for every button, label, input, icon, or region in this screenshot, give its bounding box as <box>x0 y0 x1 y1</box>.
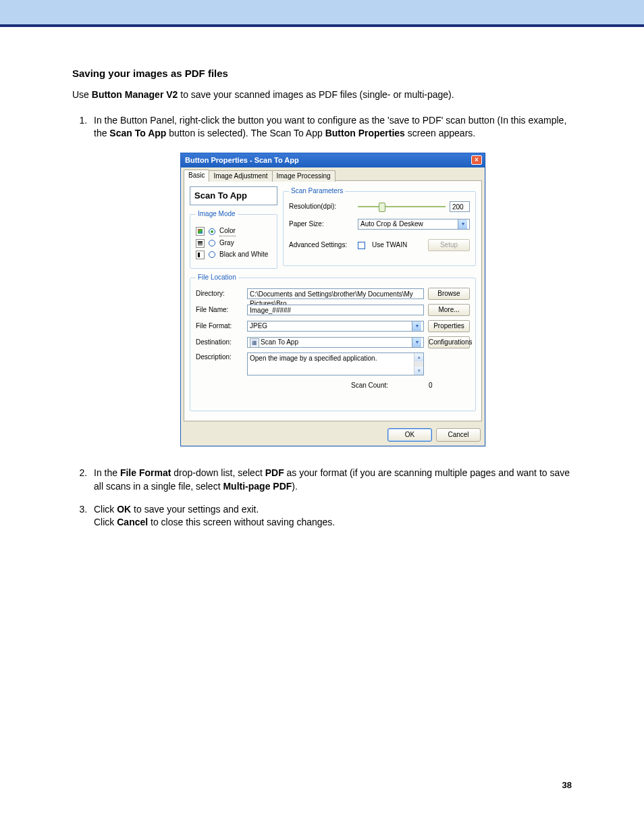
use-twain-label: Use TWAIN <box>372 240 407 250</box>
radio-gray[interactable] <box>209 240 215 246</box>
configurations-button[interactable]: Configurations <box>428 336 470 348</box>
destination-value: Scan To App <box>261 338 298 346</box>
resolution-slider[interactable] <box>358 203 446 210</box>
intro-text-a: Use <box>72 89 92 100</box>
paper-size-select[interactable]: Auto Crop & Deskew ▾ <box>358 219 470 230</box>
properties-button[interactable]: Properties <box>428 320 470 332</box>
scan-count-label: Scan Count: <box>351 381 388 390</box>
directory-label: Directory: <box>196 289 243 298</box>
dialog-title: Button Properties - Scan To App <box>185 155 299 165</box>
section-title: Saving your images as PDF files <box>72 68 572 79</box>
fileformat-label: File Format: <box>196 321 243 331</box>
step2-a: In the <box>94 467 120 478</box>
dialog-titlebar[interactable]: Button Properties - Scan To App × <box>181 153 485 167</box>
description-label: Description: <box>196 353 243 362</box>
radio-bw[interactable] <box>209 251 215 258</box>
scrollbar[interactable]: ▴ ▾ <box>414 353 423 375</box>
paper-size-value: Auto Crop & Deskew <box>360 219 423 229</box>
gray-swatch-icon <box>196 239 205 248</box>
document-page: Saving your images as PDF files Use Butt… <box>45 27 599 797</box>
step3-c: to save your settings and exit. <box>131 504 259 515</box>
chevron-down-icon: ▾ <box>412 338 421 347</box>
tab-strip: Basic Image Adjustment Image Processing <box>181 167 485 180</box>
radio-color-label: Color <box>219 226 236 236</box>
destination-select[interactable]: ▦Scan To App ▾ <box>247 337 424 348</box>
step2-b: File Format <box>120 467 171 478</box>
button-properties-dialog: Button Properties - Scan To App × ↖ Basi… <box>180 153 485 447</box>
step3-e: Cancel <box>117 517 148 527</box>
step1-c: button is selected). The Scan To App <box>166 128 325 138</box>
radio-gray-label: Gray <box>219 238 234 248</box>
chevron-down-icon: ▾ <box>412 321 421 331</box>
scroll-down-icon[interactable]: ▾ <box>414 367 424 375</box>
page-header-banner <box>0 0 644 27</box>
setup-button[interactable]: Setup <box>428 239 470 251</box>
chevron-down-icon: ▾ <box>458 219 467 229</box>
step3-f: to close this screen without saving chan… <box>148 517 335 527</box>
tab-image-processing[interactable]: Image Processing <box>272 170 336 182</box>
page-number: 38 <box>562 780 572 790</box>
tab-image-adjustment[interactable]: Image Adjustment <box>209 170 272 182</box>
intro-text-c: to save your scanned images as PDF files… <box>178 89 454 100</box>
step-3: Click OK to save your settings and exit.… <box>90 503 572 529</box>
image-mode-group: Image Mode Color Gr <box>190 209 277 269</box>
color-swatch-icon <box>196 227 205 236</box>
resolution-input[interactable]: 200 <box>450 201 470 212</box>
ok-button[interactable]: OK <box>387 428 432 442</box>
steps-list: In the Button Panel, right-click the but… <box>72 114 572 529</box>
step3-b: OK <box>117 504 131 515</box>
step1-d: Button Properties <box>325 128 405 138</box>
file-location-legend: File Location <box>196 273 238 282</box>
step-2: In the File Format drop-down list, selec… <box>90 467 572 493</box>
advanced-settings-label: Advanced Settings: <box>289 240 354 250</box>
more-button[interactable]: More... <box>428 304 470 316</box>
tab-basic[interactable]: Basic <box>184 170 209 181</box>
intro-paragraph: Use Button Manager V2 to save your scann… <box>72 88 572 102</box>
step3-a: Click <box>94 504 117 515</box>
file-location-group: File Location Directory: C:\Documents an… <box>190 273 476 411</box>
step2-g: ). <box>292 481 298 492</box>
step1-e: screen appears. <box>405 128 475 138</box>
radio-color[interactable] <box>209 228 215 235</box>
step2-c: drop-down list, select <box>171 467 265 478</box>
browse-button[interactable]: Browse <box>428 288 470 300</box>
filename-label: File Name: <box>196 305 243 315</box>
scroll-up-icon[interactable]: ▴ <box>414 353 424 361</box>
intro-text-b: Button Manager V2 <box>92 89 178 100</box>
scan-parameters-legend: Scan Parameters <box>289 186 345 196</box>
filename-input[interactable]: Image_##### <box>247 305 424 315</box>
description-value: Open the image by a specified applicatio… <box>250 354 377 374</box>
image-mode-legend: Image Mode <box>196 209 238 219</box>
scan-count-value: 0 <box>429 381 433 390</box>
fileformat-select[interactable]: JPEG ▾ <box>247 321 424 332</box>
use-twain-checkbox[interactable] <box>358 242 365 249</box>
step3-d: Click <box>94 517 117 527</box>
dialog-footer: OK Cancel <box>181 424 485 446</box>
button-name-input[interactable]: Scan To App <box>190 186 277 205</box>
scan-parameters-group: Scan Parameters Resolution(dpi): 200 <box>283 186 476 266</box>
cancel-button[interactable]: Cancel <box>436 428 481 442</box>
step2-f: Multi-page PDF <box>223 481 292 492</box>
screenshot-wrap: Button Properties - Scan To App × ↖ Basi… <box>94 153 572 447</box>
app-icon: ▦ <box>250 338 259 348</box>
description-textarea[interactable]: Open the image by a specified applicatio… <box>247 353 424 375</box>
directory-input[interactable]: C:\Documents and Settings\brother\My Doc… <box>247 288 424 299</box>
resolution-label: Resolution(dpi): <box>289 202 354 211</box>
radio-bw-label: Black and White <box>219 250 268 259</box>
step-1: In the Button Panel, right-click the but… <box>90 114 572 447</box>
step2-d: PDF <box>265 467 284 478</box>
fileformat-value: JPEG <box>250 321 267 331</box>
step1-b: Scan To App <box>109 128 166 138</box>
dialog-body: Scan To App Image Mode Color <box>184 180 482 421</box>
close-icon[interactable]: × <box>471 155 482 165</box>
destination-label: Destination: <box>196 338 243 347</box>
paper-size-label: Paper Size: <box>289 219 354 229</box>
bw-swatch-icon <box>196 251 205 259</box>
